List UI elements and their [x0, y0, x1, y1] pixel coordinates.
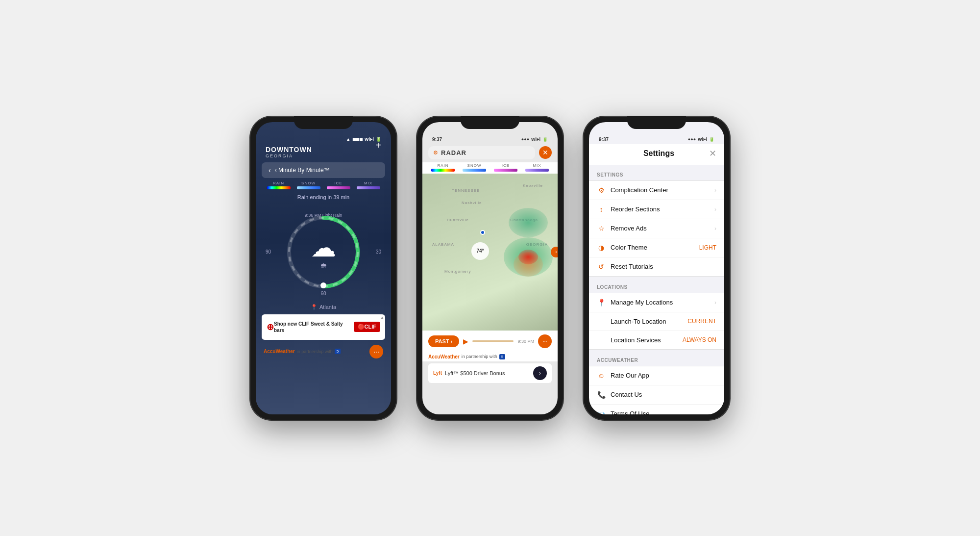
status-time: 9:37	[599, 137, 609, 142]
partner-logo: 5	[499, 354, 505, 359]
gauge-label-30: 30	[376, 249, 381, 255]
status-icons: ●●●WiFi🔋	[688, 137, 714, 142]
color-theme-label: Color Theme	[611, 244, 694, 251]
bottom-bar: AccuWeather in partnership with 5 ···	[256, 342, 391, 360]
location-services-value: ALWAYS ON	[683, 336, 716, 343]
scene: ▲◼◼◼WiFi🔋 DOWNTOWN GEORGIA + ‹ ‹ Minute …	[230, 97, 750, 440]
radar-search-bar[interactable]: ⚙ RADAR	[428, 146, 535, 159]
snow-legend: SNOW	[297, 181, 320, 189]
remove-ads-row[interactable]: ☆ Remove Ads ›	[589, 219, 724, 238]
terms-of-use-row[interactable]: 📄 Terms Of Use Version 11.4.5	[589, 405, 724, 414]
remove-ads-label: Remove Ads	[611, 225, 710, 232]
minute-gauge: 9:36 PM Light Rain 90 30 ☁ 🌧 60	[256, 203, 391, 301]
color-theme-value: LIGHT	[699, 244, 716, 251]
reset-tutorials-row[interactable]: ↺ Reset Tutorials	[589, 257, 724, 276]
city-label-huntsville: Huntsville	[447, 218, 469, 222]
radar-timeline: PAST › ▶ 9:30 PM ···	[422, 331, 558, 352]
mix-legend: MIX	[525, 163, 549, 172]
rate-app-row[interactable]: ☺ Rate Our App	[589, 366, 724, 385]
chevron-icon: ›	[714, 225, 716, 232]
settings-group-locations: 📍 Manage My Locations › Launch-To Locati…	[589, 293, 724, 350]
locations-section-header: LOCATIONS	[589, 278, 724, 293]
radar-blob-intense	[518, 250, 538, 264]
contact-us-row[interactable]: 📞 Contact Us	[589, 385, 724, 405]
city-name: DOWNTOWN	[266, 146, 381, 153]
gauge-label-60: 60	[320, 291, 326, 296]
advertisement-bottom: Lyft Lyft™ $500 Driver Bonus ›	[428, 363, 552, 383]
reset-icon: ↺	[597, 263, 606, 271]
notch	[294, 116, 353, 129]
status-icons: ●●●WiFi🔋	[521, 137, 548, 142]
ice-bar	[494, 169, 517, 172]
city-label-nashville: Nashville	[462, 201, 482, 205]
city-label-knoxville: Knoxville	[523, 183, 543, 188]
ice-legend: ICE	[494, 163, 517, 172]
status-icons: ▲◼◼◼WiFi🔋	[346, 137, 381, 142]
location-row: 📍 Atlanta	[256, 301, 391, 312]
lyft-ad: Lyft Lyft™ $500 Driver Bonus	[433, 370, 505, 376]
launch-location-row[interactable]: Launch-To Location CURRENT	[589, 312, 724, 331]
timeline-time: 9:30 PM	[517, 339, 534, 344]
manage-locations-row[interactable]: 📍 Manage My Locations ›	[589, 293, 724, 312]
contact-icon: 📞	[597, 391, 606, 399]
terms-icon: 📄	[597, 412, 606, 414]
more-options-button[interactable]: ···	[369, 345, 383, 358]
mix-bar	[525, 169, 549, 172]
snow-bar	[297, 186, 320, 189]
timeline-track[interactable]	[472, 340, 514, 342]
state-label-tennessee: TENNESSEE	[452, 188, 480, 193]
reorder-label: Reorder Sections	[611, 205, 710, 213]
ad-arrow-button[interactable]: ›	[533, 366, 547, 380]
rain-bar	[267, 186, 291, 189]
temperature-value: 74°	[476, 248, 484, 254]
temperature-badge: 74°	[471, 242, 489, 260]
weather-header: DOWNTOWN GEORGIA +	[256, 144, 391, 162]
close-settings-button[interactable]: ✕	[709, 148, 716, 159]
phone-weather: ▲◼◼◼WiFi🔋 DOWNTOWN GEORGIA + ‹ ‹ Minute …	[250, 116, 397, 420]
gauge-label-90: 90	[266, 249, 271, 255]
accuweather-logo: AccuWeather in partnership with 5	[428, 354, 505, 359]
reorder-icon: ↕	[597, 205, 606, 213]
back-icon[interactable]: ‹	[269, 166, 271, 174]
past-button[interactable]: PAST ›	[428, 335, 459, 347]
ad-copy: Shop new CLIF Sweet & Salty bars	[274, 321, 354, 333]
close-radar-button[interactable]: ✕	[539, 146, 552, 159]
notch	[461, 116, 519, 129]
complication-center-row[interactable]: ⚙ Complication Center ›	[589, 181, 724, 200]
reorder-sections-row[interactable]: ↕ Reorder Sections ›	[589, 200, 724, 219]
ice-legend: ICE	[327, 181, 350, 189]
location-services-row[interactable]: Location Services ALWAYS ON	[589, 331, 724, 349]
complication-icon: ⚙	[597, 186, 606, 194]
play-button[interactable]: ▶	[463, 337, 468, 345]
accuweather-bar: AccuWeather in partnership with 5	[422, 352, 558, 361]
radar-icon: ⚙	[433, 150, 438, 156]
manage-locations-label: Manage My Locations	[611, 299, 710, 306]
remove-ads-icon: ☆	[597, 225, 606, 232]
launch-label: Launch-To Location	[611, 318, 683, 325]
ice-bar	[327, 186, 350, 189]
chevron-icon: ›	[714, 187, 716, 194]
city-label-montgomery: Montgomery	[444, 269, 471, 274]
accuweather-section-header: ACCUWEATHER	[589, 351, 724, 366]
settings-group-main: ⚙ Complication Center › ↕ Reorder Sectio…	[589, 180, 724, 277]
minute-by-minute-bar[interactable]: ‹ ‹ Minute By Minute™	[262, 162, 385, 178]
color-theme-row[interactable]: ◑ Color Theme LIGHT	[589, 238, 724, 257]
radar-blob-2	[509, 208, 548, 237]
radar-map[interactable]: TENNESSEE ALABAMA GEORGIA Knoxville Nash…	[422, 174, 558, 331]
partner-logo: 5	[335, 349, 341, 354]
rate-icon: ☺	[597, 372, 606, 380]
complication-label: Complication Center	[611, 186, 710, 194]
clif-logo: 🔴CLIF	[354, 322, 380, 332]
rain-bar	[431, 169, 455, 172]
phone-settings: 9:37 ●●●WiFi🔋 Settings ✕ SETTINGS ⚙ Comp…	[583, 116, 730, 420]
location-pin-icon: 📍	[311, 304, 318, 310]
radar-options-button[interactable]: ···	[538, 334, 552, 348]
precipitation-legend: RAIN SNOW ICE MIX	[256, 178, 391, 192]
ad-text: Lyft™ $500 Driver Bonus	[445, 370, 505, 376]
rain-ending-text: Rain ending in 39 min	[256, 192, 391, 203]
lyft-logo: Lyft	[433, 370, 442, 376]
mix-legend: MIX	[357, 181, 380, 189]
settings-header: Settings ✕	[589, 144, 724, 165]
settings-title: Settings	[609, 149, 709, 158]
radar-blob-1	[499, 188, 528, 208]
